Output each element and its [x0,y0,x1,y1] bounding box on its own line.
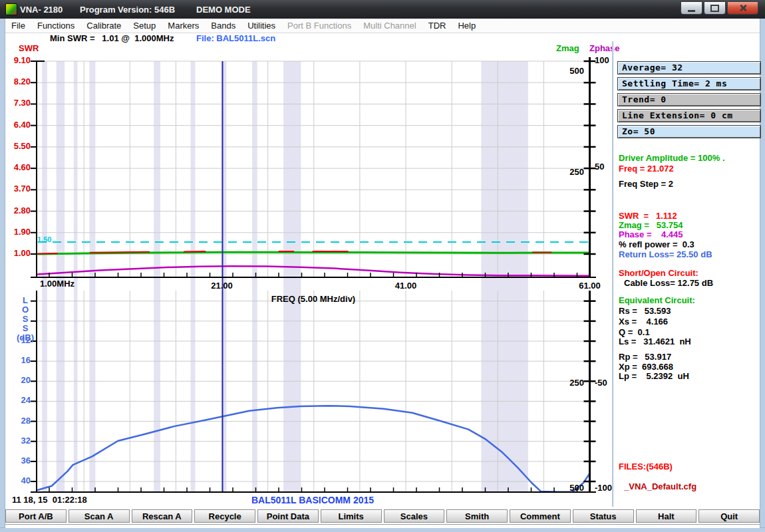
scales-button[interactable]: Scales [384,509,445,523]
menu-calibrate[interactable]: Calibrate [80,21,127,31]
status-button[interactable]: Status [573,509,634,523]
average-setting[interactable]: Average= 32 [617,61,761,74]
footer-button-bar: Port A/B Scan A Rescan A Recycle Point D… [5,509,760,523]
halt-button[interactable]: Halt [636,509,697,523]
port-ab-button[interactable]: Port A/B [5,509,67,523]
datetime-readout: 11 18, 15 01:22:18 [12,495,87,505]
xs-readout: Xs = 4.166 [619,317,668,327]
swr-readout: SWR = 1.112 [619,211,677,221]
menu-functions[interactable]: Functions [31,21,80,31]
maximize-button[interactable] [704,1,726,15]
rescan-a-button[interactable]: Rescan A [132,509,193,523]
window-title-version: Program Version: 546B [80,5,175,15]
quit-button[interactable]: Quit [698,509,760,523]
chart-area[interactable]: 9.108.207.306.405.504.603.702.801.901.00… [0,0,622,525]
lp-readout: Lp = 5.2392 uH [619,371,689,381]
ls-readout: Ls = 31.4621 nH [619,336,691,346]
settling-time-setting[interactable]: Settling Time= 2 ms [617,77,761,90]
zo-setting[interactable]: Zo= 50 [617,125,761,138]
scan-title: BAL5011L BASICOMM 2015 [180,495,446,505]
rs-readout: Rs = 53.593 [619,306,671,316]
close-icon [738,3,748,13]
trend-setting[interactable]: Trend= 0 [617,93,761,106]
window-border-left [0,19,5,532]
zmag-readout: Zmag = 53.754 [619,220,683,230]
cable-loss-readout: Cable Loss= 12.75 dB [624,278,713,288]
menu-utilities[interactable]: Utilities [241,21,281,31]
right-panel: Average= 32 Settling Time= 2 ms Trend= 0… [617,41,761,520]
panel-separator [612,41,614,507]
refl-power-readout: % refl power = 0.3 [619,239,694,249]
limits-button[interactable]: Limits [321,509,382,523]
freq-step-readout: Freq Step = 2 [619,179,673,189]
line-extension-setting[interactable]: Line Extension= 0 cm [617,109,761,122]
menu-multi-channel: Multi Channel [357,21,422,31]
maximize-icon [710,5,719,12]
menu-file[interactable]: File [5,21,31,31]
driver-amplitude-readout: Driver Amplitude = 100% . [619,153,725,163]
menu-port-b-functions: Port B Functions [281,21,357,31]
menubar: File Functions Calibrate Setup Markers B… [5,19,760,33]
menu-markers[interactable]: Markers [162,21,205,31]
rp-readout: Rp = 53.917 [619,352,671,362]
min-swr-readout: Min SWR = 1.01 @ 1.000MHz [50,33,174,43]
phase-readout: Phase = 4.445 [619,229,683,239]
q-readout: Q = 0.1 [619,327,650,337]
return-loss-readout: Return Loss= 25.50 dB [619,249,712,259]
minimize-button[interactable] [681,1,702,15]
files-title: FILES:(546B) [619,462,673,471]
freq-readout: Freq = 21.072 [619,164,674,174]
comment-button[interactable]: Comment [510,509,571,523]
window-border-bottom [0,527,765,532]
xp-readout: Xp = 693.668 [619,362,673,372]
chart-canvas[interactable] [0,0,622,525]
menu-help[interactable]: Help [452,21,482,31]
close-button[interactable] [727,1,758,15]
scan-a-button[interactable]: Scan A [69,509,130,523]
recycle-button[interactable]: Recycle [194,509,255,523]
scan-file-name[interactable]: File: BAL5011L.scn [196,33,275,43]
config-file-name[interactable]: _VNA_Default.cfg [624,481,696,491]
smith-button[interactable]: Smith [446,509,508,523]
app-icon [5,3,17,15]
point-data-button[interactable]: Point Data [257,509,319,523]
minimize-icon [688,10,695,12]
window-title-mode: DEMO MODE [196,5,251,15]
menu-bands[interactable]: Bands [205,21,241,31]
menu-tdr[interactable]: TDR [422,21,452,31]
short-open-title: Short/Open Circuit: [619,268,698,278]
window-title-app: VNA- 2180 [20,5,63,15]
titlebar[interactable]: VNA- 2180 Program Version: 546B DEMO MOD… [0,0,765,19]
equivalent-circuit-title: Equivalent Circuit: [619,295,695,305]
menu-setup[interactable]: Setup [127,21,162,31]
window-border-inner [5,524,760,528]
